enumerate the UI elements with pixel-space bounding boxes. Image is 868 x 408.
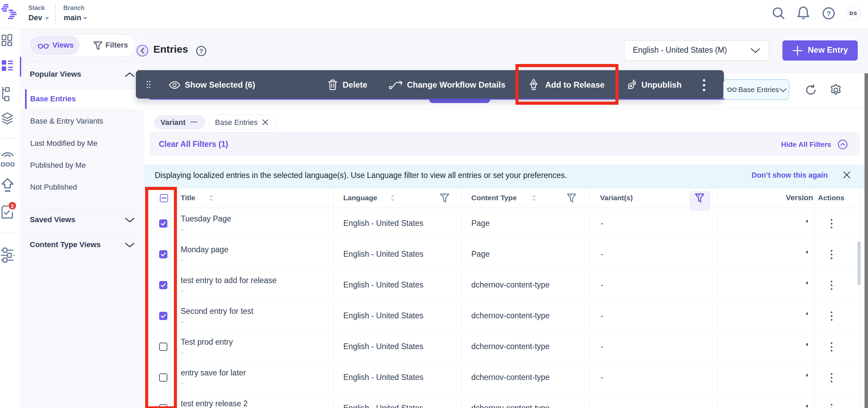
svg-text:?: ? bbox=[827, 10, 831, 17]
svg-text:?: ? bbox=[200, 48, 203, 55]
svg-text:2: 2 bbox=[11, 203, 14, 209]
